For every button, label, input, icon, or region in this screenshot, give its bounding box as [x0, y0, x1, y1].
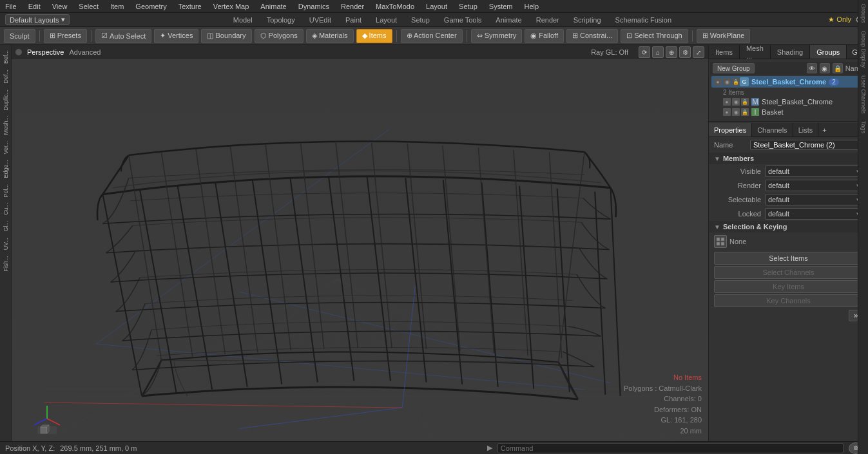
viewport[interactable]: Perspective Advanced Ray GL: Off ⟳ ⌂ ⊕ ⚙…	[12, 45, 708, 441]
visible-row: Visible default ▾	[709, 164, 868, 178]
polygons-button[interactable]: ⬡ Polygons	[255, 29, 304, 43]
menu-dynamics[interactable]: Dynamics	[297, 3, 331, 10]
tab-layout[interactable]: Layout	[369, 15, 403, 25]
sidebar-tab-bef[interactable]: Bef...	[1, 48, 10, 66]
sidebar-tab-cu[interactable]: Cu...	[1, 200, 10, 218]
sidebar-tab-poly[interactable]: Pol...	[1, 182, 10, 200]
vertices-button[interactable]: ✦ Vertices	[154, 29, 198, 43]
perspective-label: Perspective	[27, 48, 64, 56]
menu-item[interactable]: Item	[109, 3, 125, 10]
viewport-settings-btn[interactable]: ⚙	[679, 46, 691, 58]
tree-child-basket[interactable]: ● ◉ 🔒 I Basket	[710, 107, 867, 117]
prop-tab-add[interactable]: +	[818, 125, 830, 135]
sel-keying-none-row: None	[709, 232, 868, 251]
viewport-expand-btn[interactable]: ⤢	[693, 46, 704, 58]
locked-select[interactable]: default ▾	[765, 208, 863, 220]
selection-keying-header[interactable]: ▼ Selection & Keying	[709, 221, 868, 232]
rp-tab-mesh[interactable]: Mesh ...	[740, 45, 771, 59]
mode-tabs: Model Topology UVEdit Paint Layout Setup…	[76, 15, 828, 25]
tab-gametools[interactable]: Game Tools	[438, 15, 488, 25]
action-center-button[interactable]: ⊕ Action Center	[401, 29, 463, 43]
viewport-zoom-btn[interactable]: ⊕	[666, 46, 677, 58]
sidebar-tab-mesh[interactable]: Mesh...	[1, 113, 10, 138]
tab-animate[interactable]: Animate	[489, 15, 528, 25]
menu-edit[interactable]: Edit	[27, 3, 42, 10]
tab-paint[interactable]: Paint	[339, 15, 368, 25]
select-channels-button[interactable]: Select Channels	[714, 266, 863, 279]
menu-setup[interactable]: Setup	[458, 3, 479, 10]
select-through-button[interactable]: ⊡ Select Through	[621, 29, 688, 43]
constrain-button[interactable]: ⊞ Constrai...	[566, 29, 618, 43]
presets-button[interactable]: ⊞ Presets	[44, 29, 87, 43]
key-channels-button[interactable]: Key Channels	[714, 294, 863, 307]
menu-texture[interactable]: Texture	[177, 3, 203, 10]
menu-geometry[interactable]: Geometry	[134, 3, 168, 10]
layout-bar: Default Layouts ▾ Model Topology UVEdit …	[0, 13, 868, 27]
sidebar-tab-ver[interactable]: Ver...	[1, 138, 10, 157]
rp-tab-groups[interactable]: Groups	[810, 45, 847, 59]
viewport-reset-btn[interactable]: ⟳	[639, 46, 650, 58]
workplane-button[interactable]: ⊞ WorkPlane	[697, 29, 751, 43]
render-icon-btn[interactable]: ◉	[820, 63, 830, 73]
menu-select[interactable]: Select	[77, 3, 100, 10]
symmetry-button[interactable]: ⇔ Symmetry	[471, 29, 523, 43]
menu-help[interactable]: Help	[523, 3, 540, 10]
sidebar-tab-fish[interactable]: Fish...	[1, 253, 10, 274]
items-button[interactable]: ◆ Items	[356, 29, 392, 43]
menu-maxtomodo[interactable]: MaxToModo	[374, 3, 416, 10]
menu-animate[interactable]: Animate	[259, 3, 287, 10]
falloff-button[interactable]: ◉ Falloff	[525, 29, 564, 43]
members-section-header[interactable]: ▼ Members	[709, 153, 868, 164]
viewport-home-btn[interactable]: ⌂	[652, 46, 664, 58]
boundary-button[interactable]: ◫ Boundary	[201, 29, 251, 43]
lock-icon-btn[interactable]: 🔒	[833, 63, 843, 73]
prop-tab-channels[interactable]: Channels	[752, 123, 793, 137]
menu-system[interactable]: System	[488, 3, 514, 10]
key-items-button[interactable]: Key Items	[714, 280, 863, 293]
star-only-label[interactable]: ★ Only	[828, 15, 851, 24]
prop-tab-lists[interactable]: Lists	[793, 123, 819, 137]
locked-label: Locked	[719, 210, 761, 218]
menu-render[interactable]: Render	[340, 3, 365, 10]
tab-uvedit[interactable]: UVEdit	[303, 15, 338, 25]
materials-button[interactable]: ◈ Materials	[306, 29, 354, 43]
sidebar-tab-duplic[interactable]: Duplic...	[1, 87, 10, 113]
auto-select-checkbox: ☑	[101, 32, 108, 40]
tab-model[interactable]: Model	[227, 15, 259, 25]
auto-select-button[interactable]: ☑ Auto Select	[95, 29, 151, 43]
sidebar-tab-def[interactable]: Def...	[1, 67, 10, 86]
prop-name-input[interactable]	[750, 140, 863, 150]
tab-scripting[interactable]: Scripting	[567, 15, 608, 25]
sidebar-tab-uv[interactable]: UV...	[1, 235, 10, 252]
rvtab-groups[interactable]: Groups	[859, 0, 868, 27]
rvtab-group-display[interactable]: Group Display	[859, 27, 868, 71]
prop-tab-properties[interactable]: Properties	[709, 123, 752, 137]
command-input[interactable]	[497, 443, 844, 453]
menu-layout[interactable]: Layout	[425, 3, 448, 10]
menu-vertexmap[interactable]: Vertex Map	[212, 3, 251, 10]
render-select[interactable]: default ▾	[765, 180, 863, 191]
sculpt-button[interactable]: Sculpt	[4, 29, 35, 43]
tab-render[interactable]: Render	[530, 15, 566, 25]
size-info: 20 mm	[624, 426, 702, 437]
tab-setup[interactable]: Setup	[405, 15, 436, 25]
tree-group-row[interactable]: ● ◉ 🔒 G Steel_Basket_Chrome 2	[711, 76, 865, 88]
tab-schematic[interactable]: Schematic Fusion	[609, 15, 678, 25]
child2-vis-icon: ●	[723, 108, 731, 116]
rp-tab-shading[interactable]: Shading	[771, 45, 810, 59]
tab-topology[interactable]: Topology	[260, 15, 302, 25]
tree-child-steel-basket[interactable]: ● ◉ 🔒 M Steel_Basket_Chrome	[710, 97, 867, 107]
sidebar-tab-edge[interactable]: Edge...	[1, 157, 10, 181]
visible-select[interactable]: default ▾	[765, 166, 863, 177]
sidebar-tab-gl[interactable]: Gl...	[1, 218, 10, 234]
new-group-button[interactable]: New Group	[713, 63, 755, 73]
eye-icon-btn[interactable]: 👁	[807, 63, 817, 73]
rp-tab-items[interactable]: Items	[709, 45, 740, 59]
rvtab-tags[interactable]: Tags	[859, 117, 868, 137]
selectable-select[interactable]: default ▾	[765, 194, 863, 205]
layout-selector[interactable]: Default Layouts ▾	[5, 14, 70, 25]
select-items-button[interactable]: Select Items	[714, 252, 863, 265]
menu-file[interactable]: File	[4, 3, 18, 10]
rvtab-user-channels[interactable]: User Channels	[859, 71, 868, 118]
menu-view[interactable]: View	[51, 3, 69, 10]
